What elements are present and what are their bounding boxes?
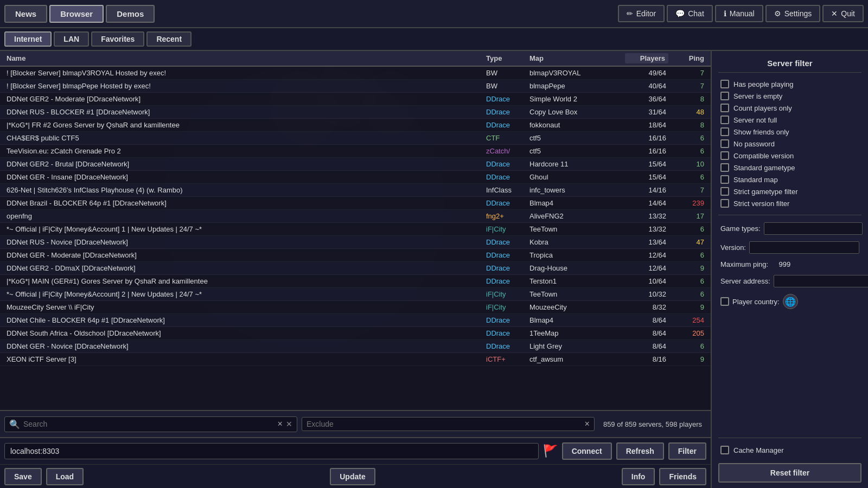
filter-row-no_password[interactable]: No password xyxy=(718,138,861,150)
nav-manual-btn[interactable]: ℹ Manual xyxy=(715,5,763,22)
checkbox-show_friends[interactable] xyxy=(720,127,729,136)
load-button[interactable]: Load xyxy=(46,468,84,485)
checkbox-server_empty[interactable] xyxy=(720,92,729,100)
table-row[interactable]: DDNet Chile - BLOCKER 64p #1 [DDraceNetw… xyxy=(0,314,711,327)
table-row[interactable]: DDNet GER2 - Moderate [DDraceNetwork] DD… xyxy=(0,93,711,106)
row-type: DDrace xyxy=(484,264,527,273)
filter-row-strict_gametype[interactable]: Strict gametype filter xyxy=(718,185,861,197)
server-address-input[interactable] xyxy=(4,443,539,459)
table-row[interactable]: DDNet GER - Moderate [DDraceNetwork] DDr… xyxy=(0,249,711,262)
tab-lan[interactable]: LAN xyxy=(54,31,89,47)
row-map: Blmap4 xyxy=(527,198,625,208)
filter-row-compatible_version[interactable]: Compatible version xyxy=(718,150,861,162)
filter-server-address-input[interactable] xyxy=(774,275,868,287)
row-name: DDNet South Africa - Oldschool [DDraceNe… xyxy=(4,329,484,338)
row-players: 14/64 xyxy=(625,198,668,208)
server-table-body[interactable]: ! [Blocker Server] blmapV3ROYAL Hosted b… xyxy=(0,67,711,410)
row-ping: 17 xyxy=(668,211,706,221)
version-input[interactable] xyxy=(749,241,859,254)
table-row[interactable]: DDNet GER - Insane [DDraceNetwork] DDrac… xyxy=(0,171,711,184)
row-map: 1TeeMap xyxy=(527,329,625,338)
search-input-wrap: 🔍 × ✕ xyxy=(4,416,297,432)
settings-icon: ⚙ xyxy=(774,9,781,18)
cache-manager-checkbox[interactable] xyxy=(720,446,729,454)
action-row-2: Save Load Update Info Friends xyxy=(0,464,711,488)
exclude-clear-btn[interactable]: × xyxy=(585,420,590,428)
filter-button[interactable]: Filter xyxy=(668,442,706,460)
filter-row-strict_version[interactable]: Strict version filter xyxy=(718,197,861,209)
nav-quit-btn[interactable]: ✕ Quit xyxy=(822,5,864,22)
table-row[interactable]: |*KoG*| FR #2 Gores Server by QshaR and … xyxy=(0,119,711,132)
table-row[interactable]: |*KoG*| MAIN (GER#1) Gores Server by Qsh… xyxy=(0,275,711,288)
filter-row-server_empty[interactable]: Server is empty xyxy=(718,90,861,102)
table-row[interactable]: openfng fng2+ AliveFNG2 13/32 17 xyxy=(0,210,711,223)
row-map: Blmap4 xyxy=(527,316,625,325)
action-row-1: 🚩 Connect Refresh Filter xyxy=(0,437,711,464)
row-name: DDNet Chile - BLOCKER 64p #1 [DDraceNetw… xyxy=(4,316,484,325)
tab-recent[interactable]: Recent xyxy=(146,31,192,47)
table-row[interactable]: MouzeeCity Server \\ iF|City iF|City Mou… xyxy=(0,301,711,314)
filter-row-has_people[interactable]: Has people playing xyxy=(718,78,861,90)
filter-row-standard_gametype[interactable]: Standard gametype xyxy=(718,162,861,174)
row-name: ! [Blocker Server] blmapPepe Hosted by e… xyxy=(4,81,484,91)
filter-row-count_players[interactable]: Count players only xyxy=(718,102,861,114)
table-row[interactable]: DDNet GER2 - Brutal [DDraceNetwork] DDra… xyxy=(0,158,711,171)
checkbox-no_password[interactable] xyxy=(720,139,729,148)
checkbox-server_not_full[interactable] xyxy=(720,115,729,124)
table-row[interactable]: XEON iCTF Server [3] iCTF+ ctf_awsum 8/1… xyxy=(0,353,711,366)
server-count: 859 of 859 servers, 598 players xyxy=(599,420,706,428)
search-extra-clear[interactable]: ✕ xyxy=(286,420,292,428)
table-row[interactable]: DDNet RUS - BLOCKER #1 [DDraceNetwork] D… xyxy=(0,106,711,119)
checkbox-compatible_version[interactable] xyxy=(720,151,729,160)
tab-internet[interactable]: Internet xyxy=(4,31,52,47)
update-button[interactable]: Update xyxy=(330,468,375,485)
checkbox-standard_map[interactable] xyxy=(720,175,729,184)
connect-button[interactable]: Connect xyxy=(562,442,612,460)
filter-row-show_friends[interactable]: Show friends only xyxy=(718,126,861,138)
checkbox-has_people[interactable] xyxy=(720,80,729,88)
row-ping: 9 xyxy=(668,303,706,312)
row-name: XEON iCTF Server [3] xyxy=(4,355,484,364)
nav-editor-btn[interactable]: ✏ Editor xyxy=(618,5,665,22)
filter-row-server_not_full[interactable]: Server not full xyxy=(718,114,861,126)
exclude-input[interactable] xyxy=(307,420,582,428)
table-row[interactable]: TeeVision.eu: zCatch Grenade Pro 2 zCatc… xyxy=(0,145,711,158)
checkbox-standard_gametype[interactable] xyxy=(720,163,729,172)
refresh-button[interactable]: Refresh xyxy=(616,442,664,460)
search-clear-btn[interactable]: × xyxy=(278,420,283,428)
nav-chat-btn[interactable]: 💬 Chat xyxy=(667,5,713,22)
label-no_password: No password xyxy=(733,140,775,148)
nav-settings-btn[interactable]: ⚙ Settings xyxy=(765,5,821,22)
nav-demos[interactable]: Demos xyxy=(106,5,155,23)
tab-favorites[interactable]: Favorites xyxy=(91,31,144,47)
search-input[interactable] xyxy=(23,420,275,428)
game-types-input[interactable] xyxy=(764,222,863,235)
checkbox-count_players[interactable] xyxy=(720,104,729,112)
globe-icon[interactable]: 🌐 xyxy=(783,294,798,309)
player-country-checkbox[interactable] xyxy=(720,297,729,306)
table-row[interactable]: *~ Official | iF|City [Money&Account] 1 … xyxy=(0,223,711,236)
friends-button[interactable]: Friends xyxy=(659,468,706,485)
table-row[interactable]: DDNet South Africa - Oldschool [DDraceNe… xyxy=(0,327,711,340)
table-row[interactable]: DDNet GER - Novice [DDraceNetwork] DDrac… xyxy=(0,340,711,353)
row-players: 49/64 xyxy=(625,68,668,78)
nav-news[interactable]: News xyxy=(4,5,47,23)
save-button[interactable]: Save xyxy=(4,468,42,485)
row-map: blmapPepe xyxy=(527,81,625,91)
row-name: DDNet GER - Novice [DDraceNetwork] xyxy=(4,342,484,351)
table-row[interactable]: CHA$ER$ public CTF5 CTF ctf5 16/16 6 xyxy=(0,132,711,145)
filter-row-standard_map[interactable]: Standard map xyxy=(718,174,861,185)
table-row[interactable]: *~ Official | iF|City [Money&Account] 2 … xyxy=(0,288,711,301)
table-row[interactable]: DDNet RUS - Novice [DDraceNetwork] DDrac… xyxy=(0,236,711,249)
table-row[interactable]: DDNet GER2 - DDmaX [DDraceNetwork] DDrac… xyxy=(0,262,711,275)
table-row[interactable]: ! [Blocker Server] blmapV3ROYAL Hosted b… xyxy=(0,67,711,80)
col-type: Type xyxy=(484,53,527,63)
checkbox-strict_gametype[interactable] xyxy=(720,187,729,196)
nav-browser[interactable]: Browser xyxy=(49,5,104,23)
table-row[interactable]: 626-Net | Stitch626's InfClass Playhouse… xyxy=(0,184,711,197)
reset-filter-button[interactable]: Reset filter xyxy=(718,463,861,483)
checkbox-strict_version[interactable] xyxy=(720,199,729,208)
table-row[interactable]: ! [Blocker Server] blmapPepe Hosted by e… xyxy=(0,80,711,93)
table-row[interactable]: DDNet Brazil - BLOCKER 64p #1 [DDraceNet… xyxy=(0,197,711,210)
info-button[interactable]: Info xyxy=(622,468,655,485)
